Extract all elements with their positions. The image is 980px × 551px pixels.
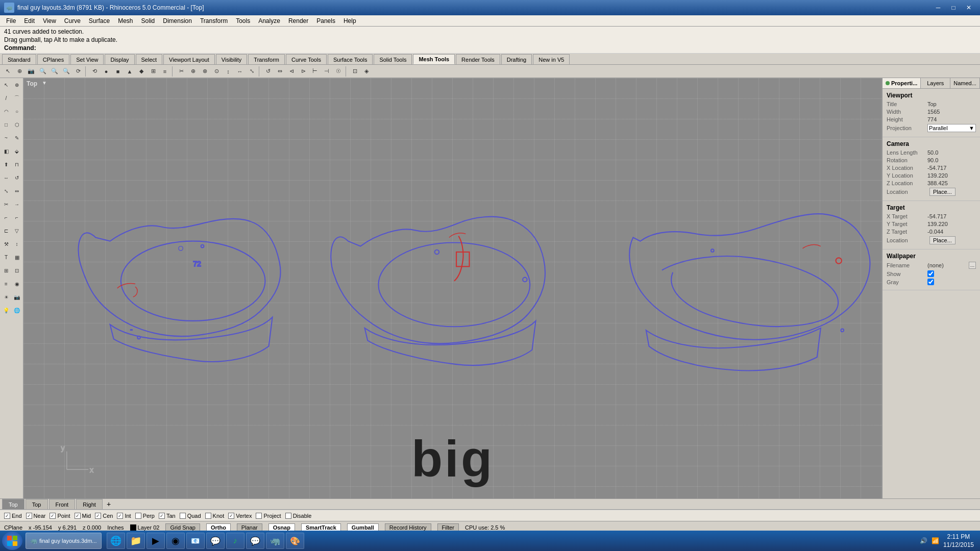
osnap-perp-cb[interactable] (135, 513, 141, 519)
render-tool[interactable]: ☀ (1, 291, 11, 303)
taskbar-ie-icon[interactable]: 🌐 (107, 533, 125, 549)
freeform-tool[interactable]: ~ (1, 132, 11, 143)
taskbar-paint-icon[interactable]: 🎨 (286, 533, 304, 549)
toolbar-icon-10[interactable]: ▲ (124, 66, 135, 77)
transform-tool[interactable]: ↔ (1, 172, 11, 183)
osnap-knot-cb[interactable] (205, 513, 211, 519)
viewport-tab-right[interactable]: Right (76, 499, 103, 509)
osnap-quad-cb[interactable] (180, 513, 186, 519)
menu-item-transform[interactable]: Transform (196, 16, 232, 26)
toolbar-tab-mesh-tools[interactable]: Mesh Tools (413, 54, 455, 64)
toolbar-icon-4[interactable]: 🔍 (49, 66, 60, 77)
osnap-vertex-cb[interactable] (228, 513, 234, 519)
taskbar-chrome-icon[interactable]: ◉ (166, 533, 185, 549)
osnap-end[interactable]: End (4, 513, 22, 519)
toolbar-tab-render-tools[interactable]: Render Tools (456, 54, 500, 64)
rotate-tool[interactable]: ↺ (12, 172, 22, 183)
osnap-project-cb[interactable] (256, 513, 262, 519)
toolbar-icon-29[interactable]: ◈ (361, 66, 372, 77)
edit-tool[interactable]: ✎ (12, 132, 22, 143)
osnap-mid[interactable]: Mid (75, 513, 91, 519)
gumball-tool[interactable]: ⊕ (12, 79, 22, 90)
osnap-vertex[interactable]: Vertex (228, 513, 252, 519)
taskbar-spotify-icon[interactable]: ♪ (226, 533, 244, 549)
taskbar-skype2-icon[interactable]: 💬 (246, 533, 264, 549)
gray-checkbox[interactable] (927, 279, 934, 285)
projection-dropdown[interactable]: Parallel ▼ (927, 124, 976, 132)
viewport-tab-add[interactable]: + (104, 499, 114, 509)
panel-tab-named[interactable]: Named... (950, 78, 980, 88)
toolbar-icon-15[interactable]: ⊕ (187, 66, 199, 77)
menu-item-file[interactable]: File (2, 16, 20, 26)
rect-tool[interactable]: □ (1, 119, 11, 130)
taskbar-rhino-btn[interactable]: 🦏 final guy layouts.3dm... (26, 533, 102, 549)
toolbar-icon-2[interactable]: 📷 (26, 66, 37, 77)
toolbar-tab-surface-tools[interactable]: Surface Tools (328, 54, 373, 64)
polygon-tool[interactable]: ⬡ (12, 119, 22, 130)
toolbar-icon-13[interactable]: ≡ (159, 66, 170, 77)
toolbar-tab-standard[interactable]: Standard (2, 54, 36, 64)
osnap-mid-cb[interactable] (75, 513, 81, 519)
boolean-tool[interactable]: ⊓ (12, 159, 22, 170)
grid-tool[interactable]: ⊞ (1, 265, 11, 276)
toolbar-icon-6[interactable]: ⟳ (72, 66, 84, 77)
taskbar-outlook-icon[interactable]: 📧 (186, 533, 205, 549)
menu-item-view[interactable]: View (39, 16, 60, 26)
toolbar-icon-18[interactable]: ↕ (223, 66, 234, 77)
toolbar-icon-12[interactable]: ⊞ (148, 66, 159, 77)
trim-tool[interactable]: ✂ (1, 198, 11, 210)
viewport-tab-top2[interactable]: Top (26, 499, 48, 509)
viewport-menu-arrow[interactable]: ▼ (42, 80, 47, 86)
toolbar-icon-3[interactable]: 🔍 (37, 66, 48, 77)
toolbar-tab-transform[interactable]: Transform (248, 54, 285, 64)
panel-tab-properties[interactable]: Properti... (883, 78, 921, 88)
line-tool[interactable]: / (1, 92, 11, 104)
chamfer-tool[interactable]: ⌐ (12, 212, 22, 223)
osnap-tan-cb[interactable] (159, 513, 165, 519)
menu-item-analyze[interactable]: Analyze (254, 16, 284, 26)
osnap-disable[interactable]: Disable (285, 513, 312, 519)
hatch-tool[interactable]: ▦ (12, 252, 22, 263)
close-button[interactable]: ✕ (962, 2, 976, 14)
scale-tool[interactable]: ⤡ (1, 185, 11, 196)
mesh-tool[interactable]: ⬙ (12, 145, 22, 157)
toolbar-icon-26[interactable]: ⊣ (321, 66, 332, 77)
maximize-button[interactable]: □ (946, 2, 961, 14)
toolbar-icon-22[interactable]: ⇔ (274, 66, 285, 77)
taskbar-rhino2-icon[interactable]: 🦏 (266, 533, 284, 549)
osnap-int-cb[interactable] (117, 513, 123, 519)
osnap-knot[interactable]: Knot (205, 513, 225, 519)
toolbar-tab-solid-tools[interactable]: Solid Tools (374, 54, 412, 64)
toolbar-icon-5[interactable]: 🔍 (61, 66, 72, 77)
menu-item-panels[interactable]: Panels (312, 16, 339, 26)
extrude-tool[interactable]: ⬆ (1, 159, 11, 170)
light-tool[interactable]: 💡 (1, 305, 11, 316)
toolbar-icon-17[interactable]: ⊙ (211, 66, 222, 77)
curve-tool[interactable]: ⌒ (12, 92, 22, 104)
osnap-cen[interactable]: Cen (95, 513, 113, 519)
toolbar-icon-27[interactable]: ☉ (333, 66, 344, 77)
toolbar-tab-cplanes[interactable]: CPlanes (37, 54, 70, 64)
camera-tool[interactable]: 📷 (12, 291, 22, 303)
target-location-btn[interactable]: Place... (929, 236, 955, 244)
viewport-tab-front[interactable]: Front (49, 499, 76, 509)
extend-tool[interactable]: → (12, 198, 22, 210)
env-tool[interactable]: 🌐 (12, 305, 22, 316)
toolbar-icon-21[interactable]: ↺ (262, 66, 274, 77)
offset-tool[interactable]: ⊏ (1, 225, 11, 236)
show-checkbox[interactable] (927, 270, 934, 277)
start-button[interactable] (2, 532, 22, 550)
toolbar-tab-visibility[interactable]: Visibility (216, 54, 248, 64)
taskbar-media-icon[interactable]: ▶ (146, 533, 165, 549)
osnap-project[interactable]: Project (256, 513, 281, 519)
osnap-near-cb[interactable] (26, 513, 32, 519)
toolbar-icon-16[interactable]: ⊗ (199, 66, 210, 77)
toolbar-icon-7[interactable]: ⟲ (89, 66, 100, 77)
osnap-quad[interactable]: Quad (180, 513, 201, 519)
panel-tab-layers[interactable]: Layers (921, 78, 950, 88)
osnap-point-cb[interactable] (50, 513, 56, 519)
toolbar-tab-display[interactable]: Display (105, 54, 134, 64)
toolbar-icon-28[interactable]: ⊡ (349, 66, 360, 77)
tray-volume-icon[interactable]: 🔊 (920, 537, 927, 544)
material-tool[interactable]: ◉ (12, 278, 22, 289)
